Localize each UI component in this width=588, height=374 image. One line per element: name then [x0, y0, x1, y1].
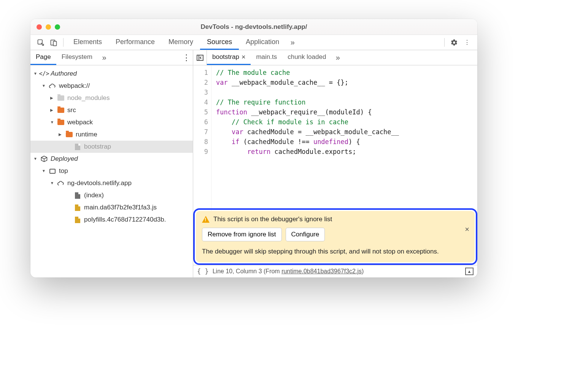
configure-button[interactable]: Configure: [286, 228, 325, 241]
more-subtabs-icon[interactable]: »: [98, 50, 111, 65]
device-toggle-icon[interactable]: [47, 35, 60, 50]
tree-label: node_modules: [67, 94, 110, 102]
cursor-position: Line 10, Column 3 (From runtime.0b841bad…: [213, 268, 364, 275]
folder-icon: [57, 108, 64, 113]
tree-label: webpack://: [59, 82, 90, 90]
tab-label: bootstrap: [212, 53, 239, 61]
tree-item-mainjs[interactable]: main.da63f7b2fe3f1fa3.js: [30, 201, 193, 214]
tree-item-polyfills[interactable]: polyfills.4c768d7122740d3b.: [30, 214, 193, 226]
devtools-window: DevTools - ng-devtools.netlify.app/ Elem…: [30, 19, 477, 277]
tree-group-authored[interactable]: </> Authored: [30, 68, 193, 80]
maximize-window[interactable]: [55, 24, 60, 30]
navigator-panel: Page Filesystem » ⋮ </> Authored webpack…: [30, 50, 193, 277]
tree-label: src: [67, 106, 76, 114]
tree-item-domain[interactable]: ng-devtools.netlify.app: [30, 177, 193, 189]
tree-label: bootstrap: [84, 143, 111, 151]
warning-icon: [202, 216, 210, 223]
tree-label: main.da63f7b2fe3f1fa3.js: [84, 204, 157, 211]
navigator-subtabs: Page Filesystem » ⋮: [30, 50, 193, 65]
tree-item-top[interactable]: top: [30, 165, 193, 177]
infobar-title: This script is on the debugger's ignore …: [213, 216, 332, 223]
more-tabs-icon[interactable]: »: [286, 35, 299, 50]
tree-label: Authored: [51, 70, 77, 78]
settings-icon[interactable]: [448, 35, 461, 50]
chevron-down-icon: [42, 83, 47, 88]
folder-icon: [66, 132, 73, 137]
editor-tab-bootstrap[interactable]: bootstrap ×: [207, 50, 251, 65]
show-debugger-icon[interactable]: ▲: [465, 268, 474, 275]
chevron-right-icon: [59, 132, 64, 137]
minimize-window[interactable]: [46, 24, 51, 30]
pretty-print-icon[interactable]: { }: [197, 268, 209, 275]
chevron-right-icon: [50, 95, 56, 100]
toggle-navigator-icon[interactable]: [193, 50, 207, 65]
tree-item-webpack[interactable]: webpack: [30, 116, 193, 128]
remove-from-ignore-button[interactable]: Remove from ignore list: [202, 228, 282, 241]
file-icon: [75, 204, 80, 211]
folder-icon: [57, 95, 64, 101]
chevron-down-icon: [50, 180, 56, 185]
tree-label: Deployed: [51, 155, 78, 163]
more-editor-tabs-icon[interactable]: »: [331, 50, 344, 65]
editor-tabs: bootstrap × main.ts chunk loaded »: [193, 50, 477, 65]
tab-memory[interactable]: Memory: [162, 35, 200, 50]
editor-panel: bootstrap × main.ts chunk loaded » 12345…: [193, 50, 477, 277]
tree-label: runtime: [76, 131, 97, 138]
tree-group-deployed[interactable]: Deployed: [30, 153, 193, 165]
tab-label: main.ts: [256, 53, 277, 61]
source-link[interactable]: runtime.0b841bad3967f3c2.js: [281, 268, 362, 274]
folder-icon: [57, 120, 64, 125]
chevron-down-icon: [50, 119, 56, 125]
tree-item-node-modules[interactable]: node_modules: [30, 92, 193, 104]
tab-performance[interactable]: Performance: [109, 35, 162, 50]
cube-icon: [40, 155, 48, 163]
tab-sources[interactable]: Sources: [200, 35, 239, 50]
svg-rect-2: [53, 41, 56, 46]
navigator-menu-icon[interactable]: ⋮: [180, 50, 193, 65]
tree-item-bootstrap[interactable]: bootstrap: [30, 141, 193, 153]
tree-label: webpack: [67, 119, 93, 126]
file-icon: [75, 144, 80, 150]
close-window[interactable]: [37, 24, 42, 30]
file-icon: [75, 217, 80, 223]
editor-tab-main-ts[interactable]: main.ts: [251, 50, 282, 65]
editor-statusbar: { } Line 10, Column 3 (From runtime.0b84…: [193, 265, 477, 277]
chevron-right-icon: [50, 107, 56, 113]
main-toolbar: Elements Performance Memory Sources Appl…: [30, 35, 477, 50]
tree-item-runtime[interactable]: runtime: [30, 128, 193, 141]
tree-label: (index): [84, 192, 104, 199]
titlebar: DevTools - ng-devtools.netlify.app/: [30, 19, 477, 35]
tab-elements[interactable]: Elements: [67, 35, 109, 50]
separator: [444, 38, 445, 47]
tree-label: polyfills.4c768d7122740d3b.: [84, 216, 166, 223]
chevron-down-icon: [42, 168, 47, 173]
tree-item-src[interactable]: src: [30, 104, 193, 116]
close-infobar-icon[interactable]: ×: [465, 225, 469, 234]
infobar-highlight: This script is on the debugger's ignore …: [193, 208, 477, 265]
kebab-icon[interactable]: ⋮: [461, 35, 474, 50]
close-tab-icon[interactable]: ×: [242, 53, 246, 61]
cloud-icon: [57, 179, 65, 187]
file-tree: </> Authored webpack:// node_modules src: [30, 65, 193, 277]
file-icon: [75, 192, 80, 199]
separator: [63, 38, 64, 47]
tree-label: top: [59, 167, 68, 175]
tab-application[interactable]: Application: [239, 35, 286, 50]
window-title: DevTools - ng-devtools.netlify.app/: [30, 23, 477, 31]
subtab-filesystem[interactable]: Filesystem: [56, 50, 98, 65]
frame-icon: [49, 167, 56, 175]
chevron-down-icon: [33, 71, 39, 76]
subtab-page[interactable]: Page: [30, 50, 56, 65]
tree-label: ng-devtools.netlify.app: [67, 179, 132, 187]
code-icon: </>: [40, 70, 48, 78]
editor-tab-chunk-loaded[interactable]: chunk loaded: [282, 50, 331, 65]
tree-item-webpack-scheme[interactable]: webpack://: [30, 80, 193, 92]
tab-label: chunk loaded: [288, 53, 326, 61]
ignore-list-infobar: This script is on the debugger's ignore …: [196, 211, 475, 263]
cloud-icon: [49, 82, 56, 90]
chevron-down-icon: [33, 156, 39, 161]
infobar-description: The debugger will skip stepping through …: [202, 247, 469, 257]
traffic-lights: [37, 24, 60, 30]
inspect-icon[interactable]: [34, 35, 47, 50]
tree-item-index[interactable]: (index): [30, 189, 193, 201]
